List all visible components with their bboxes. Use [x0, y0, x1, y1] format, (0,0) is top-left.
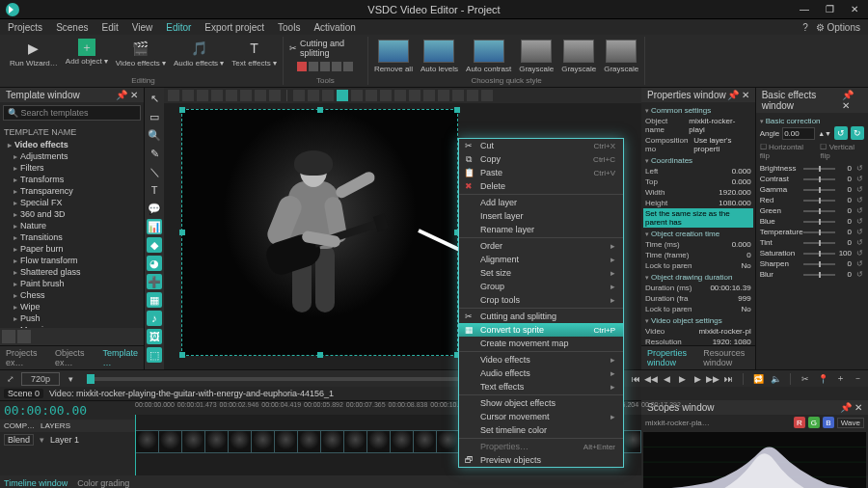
toolbar-button[interactable]	[197, 90, 208, 101]
ctx-show-effects[interactable]: Show object effects	[459, 396, 623, 410]
playhead[interactable]	[135, 415, 136, 475]
style-grayscale-1[interactable]: Grayscale	[517, 37, 556, 75]
counter-tool[interactable]: ➕	[147, 274, 162, 289]
tree-video-effects[interactable]: Video effects	[4, 139, 140, 150]
tree-item[interactable]: Paper burn	[4, 243, 140, 255]
ctx-paste[interactable]: 📋PasteCtrl+V	[459, 166, 623, 179]
toolbar-button[interactable]	[226, 90, 237, 101]
toolbar-button[interactable]	[168, 90, 179, 101]
ctx-video-effects[interactable]: Video effects▸	[459, 353, 623, 366]
text-effects-button[interactable]: TText effects ▾	[230, 37, 279, 69]
ctx-rename-layer[interactable]: Rename layer	[459, 223, 623, 236]
reset-icon[interactable]: ↺	[854, 196, 864, 204]
ctx-group[interactable]: Group▸	[459, 280, 623, 293]
slider[interactable]	[803, 189, 835, 191]
ctx-copy[interactable]: ⧉CopyCtrl+C	[459, 152, 623, 166]
toolbar-button[interactable]	[255, 90, 266, 101]
ctx-delete[interactable]: ✖Delete	[459, 179, 623, 193]
tree-item[interactable]: Special FX	[4, 197, 140, 208]
ctx-add-layer[interactable]: Add layer	[459, 196, 623, 209]
ctx-text-effects[interactable]: Text effects▸	[459, 380, 623, 393]
audio-effects-button[interactable]: 🎵Audio effects ▾	[172, 37, 226, 69]
preview-canvas[interactable]: ✂CutCtrl+X ⧉CopyCtrl+C 📋PasteCtrl+V ✖Del…	[164, 103, 641, 369]
ctx-crop[interactable]: Crop tools▸	[459, 293, 623, 307]
panel-pin-icon[interactable]: 📌 ✕	[116, 90, 138, 100]
toolbar-button[interactable]	[452, 90, 464, 101]
reset-icon[interactable]: ↺	[854, 259, 864, 268]
prop-top[interactable]: 0.000	[732, 177, 751, 186]
loop-button[interactable]: 🔁	[751, 372, 765, 386]
tree-item[interactable]: Nature	[4, 220, 140, 231]
section-draw-dur[interactable]: Object drawing duration	[645, 271, 751, 283]
slider[interactable]	[803, 253, 835, 255]
reset-icon[interactable]: ↺	[854, 228, 864, 236]
tree-item[interactable]: Wipe	[4, 301, 140, 312]
slider[interactable]	[803, 200, 835, 202]
panel-pin-icon[interactable]: 📌 ✕	[840, 402, 862, 413]
toolbar-button[interactable]	[380, 90, 392, 101]
section-coords[interactable]: Coordinates	[645, 154, 751, 166]
toolbar-button[interactable]	[211, 90, 223, 101]
prop-height[interactable]: 1080.000	[719, 199, 750, 207]
tree-item[interactable]: Filters	[4, 162, 140, 174]
panel-pin-icon[interactable]: 📌 ✕	[842, 90, 862, 111]
tree-item[interactable]: Transitions	[4, 231, 140, 243]
maximize-button[interactable]: ❐	[822, 4, 837, 14]
tree-item[interactable]: Chess	[4, 289, 140, 301]
split-button[interactable]: ✂	[799, 372, 812, 386]
zoom-in-button[interactable]: ＋	[833, 372, 847, 386]
prop-time-frame[interactable]: 0	[746, 251, 750, 259]
play-button[interactable]: ▶	[675, 372, 689, 386]
angle-input[interactable]	[782, 127, 815, 140]
tab-projects-explorer[interactable]: Projects ex…	[0, 346, 49, 369]
template-add-button[interactable]	[2, 330, 15, 343]
shape-tool[interactable]: ◆	[147, 237, 162, 253]
style-grayscale-3[interactable]: Grayscale	[602, 37, 640, 75]
toolbar-button[interactable]	[293, 90, 305, 101]
menu-tools[interactable]: Tools	[278, 22, 300, 33]
slider[interactable]	[803, 231, 835, 233]
slider[interactable]	[803, 221, 835, 223]
goto-start-button[interactable]: ⏮	[629, 372, 642, 386]
tree-item[interactable]: Transparency	[4, 185, 140, 197]
rotate-cw-button[interactable]: ↻	[851, 126, 864, 140]
prop-width[interactable]: 1920.000	[719, 188, 750, 197]
ctx-preview-objects[interactable]: 🗗Preview objects	[459, 453, 623, 467]
step-fwd-button[interactable]: ▶▶	[706, 372, 719, 386]
ctx-cut[interactable]: ✂CutCtrl+X	[459, 139, 623, 152]
video-frame[interactable]	[181, 109, 458, 356]
toolbar-button[interactable]	[438, 90, 449, 101]
tab-properties[interactable]: Properties window	[641, 346, 697, 369]
scope-blue-toggle[interactable]: B	[823, 417, 834, 428]
mute-button[interactable]: 🔈	[769, 372, 782, 386]
media-tool[interactable]: ▦	[147, 292, 162, 308]
prop-object-name[interactable]: mixkit-rocker-playi	[689, 117, 750, 134]
tree-item[interactable]: Push	[4, 312, 140, 324]
reset-icon[interactable]: ↺	[854, 238, 864, 247]
rectangle-tool[interactable]: ▭	[147, 109, 162, 124]
slider[interactable]	[803, 210, 835, 212]
toolbar-button[interactable]	[467, 90, 478, 101]
style-grayscale-2[interactable]: Grayscale	[559, 37, 598, 75]
tool-icon[interactable]	[309, 62, 318, 71]
ctx-movement-map[interactable]: Create movement map	[459, 337, 623, 350]
add-object-button[interactable]: ＋Add object ▾	[64, 37, 110, 69]
toolbar-button[interactable]	[337, 90, 348, 101]
prop-lock-parent[interactable]: No	[741, 261, 750, 270]
reset-icon[interactable]: ↺	[854, 175, 864, 183]
tree-item[interactable]: Flow transform	[4, 255, 140, 266]
video-effects-button[interactable]: 🎬Video effects ▾	[114, 37, 168, 69]
blend-mode-select[interactable]: Blend	[4, 434, 34, 446]
slider[interactable]	[803, 274, 835, 276]
toolbar-button[interactable]	[182, 90, 194, 101]
scope-red-toggle[interactable]: R	[794, 417, 805, 428]
ctx-insert-layer[interactable]: Insert layer	[459, 209, 623, 223]
slider[interactable]	[803, 168, 835, 170]
prop-composition-mode[interactable]: Use layer's properti	[693, 136, 751, 153]
close-button[interactable]: ✕	[847, 4, 862, 14]
ctx-set-size[interactable]: Set size▸	[459, 266, 623, 280]
style-remove-all[interactable]: Remove all	[372, 37, 415, 75]
audio-tool[interactable]: ♪	[147, 311, 162, 326]
tree-item[interactable]: Paint brush	[4, 278, 140, 289]
section-common[interactable]: Common settings	[645, 104, 751, 116]
